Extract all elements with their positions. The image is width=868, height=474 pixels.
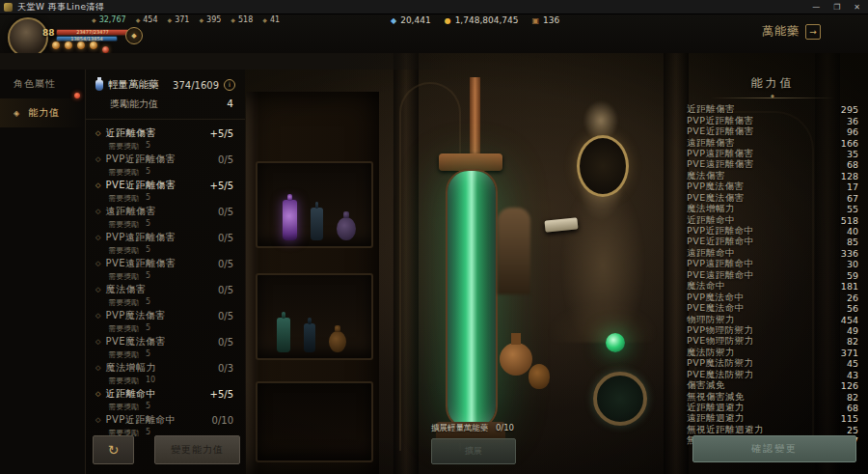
required-reward-label: 需要獎勵 bbox=[108, 245, 139, 256]
allocation-name: PVP近距離傷害 bbox=[105, 153, 176, 166]
os-titlebar: 天堂W 再事Line清得 — ❐ ✕ bbox=[0, 0, 868, 14]
allocation-item[interactable]: ◇ PVE近距離傷害 +5/5 需要獎勵 5 bbox=[86, 176, 245, 202]
restore-button[interactable]: ❐ bbox=[833, 3, 840, 12]
stat-icon: ◆ bbox=[231, 16, 235, 23]
diamond-bullet-icon: ◇ bbox=[95, 260, 100, 267]
allocation-name: 近距離傷害 bbox=[105, 126, 156, 140]
allocation-value: +5/5 bbox=[210, 389, 233, 400]
expand-elixir-group: 擴展輕量萬能藥 0/10 擴展 bbox=[431, 423, 514, 464]
stat-value: 126 bbox=[841, 380, 858, 391]
info-icon[interactable]: i bbox=[224, 79, 235, 91]
panel-title: 萬能藥 bbox=[762, 23, 800, 40]
allocation-name: 魔法增幅力 bbox=[105, 361, 156, 375]
required-reward-label: 需要獎勵 bbox=[108, 219, 139, 230]
allocation-item[interactable]: ◇ PVP近距離命中 0/10 需要獎勵 5 bbox=[86, 410, 245, 436]
allocation-item[interactable]: ◇ PVP魔法傷害 0/5 需要獎勵 5 bbox=[86, 306, 245, 332]
required-reward-value: 5 bbox=[146, 323, 150, 334]
required-reward-value: 5 bbox=[146, 402, 150, 412]
sidebar-item-character-attributes[interactable]: 角色屬性 bbox=[0, 70, 85, 98]
required-reward-value: 5 bbox=[146, 193, 150, 204]
debuff-dot[interactable] bbox=[102, 46, 109, 53]
expand-label: 擴展輕量萬能藥 bbox=[431, 423, 489, 434]
required-reward-value: 5 bbox=[146, 271, 150, 282]
sidebar-item-ability-values[interactable]: ◈ 能力值 bbox=[0, 98, 85, 127]
stat-value: 40 bbox=[847, 226, 858, 237]
minimize-button[interactable]: — bbox=[812, 3, 820, 12]
confirm-button[interactable]: 確認變更 bbox=[692, 435, 856, 462]
buff-dot[interactable] bbox=[65, 42, 72, 49]
buff-dot[interactable] bbox=[77, 42, 85, 49]
required-reward-value: 5 bbox=[146, 297, 150, 308]
reset-button[interactable]: ↻ bbox=[93, 435, 134, 464]
character-level: 88 bbox=[42, 28, 55, 38]
diamond-bullet-icon: ◇ bbox=[95, 234, 100, 241]
currency-value: 136 bbox=[543, 15, 559, 25]
top-stat: ◆ 454 bbox=[136, 15, 158, 24]
allocation-item[interactable]: ◇ PVE魔法傷害 0/5 需要獎勵 5 bbox=[86, 332, 245, 358]
hp-text: 23477/23477 bbox=[57, 30, 128, 35]
stat-value: 67 bbox=[847, 193, 858, 204]
buff-dot[interactable] bbox=[90, 42, 97, 49]
stat-icon: ◆ bbox=[136, 16, 141, 23]
allocation-item[interactable]: ◇ 魔法增幅力 0/3 需要獎勵 10 bbox=[86, 358, 245, 384]
required-reward-label: 需要獎勵 bbox=[108, 402, 139, 412]
clan-emblem-icon[interactable]: ◆ bbox=[125, 27, 143, 44]
buff-icons bbox=[52, 42, 109, 53]
flask-icon: ◈ bbox=[14, 109, 20, 118]
allocation-value: +5/5 bbox=[210, 128, 233, 139]
diamond-bullet-icon: ◇ bbox=[95, 208, 100, 215]
allocation-item[interactable]: ◇ 近距離命中 +5/5 需要獎勵 5 bbox=[86, 384, 245, 410]
allocation-name: 近距離命中 bbox=[105, 387, 156, 401]
currency: ● 1,748,804,745 bbox=[445, 15, 519, 25]
apply-button[interactable]: 變更能力值 bbox=[154, 435, 240, 464]
stat-value: 43 bbox=[847, 370, 858, 380]
diamond-bullet-icon: ◇ bbox=[95, 312, 100, 320]
required-reward-label: 需要獎勵 bbox=[108, 376, 139, 386]
stat-value: 45 bbox=[847, 358, 858, 369]
currency-icon: ◆ bbox=[391, 16, 396, 25]
allocation-item[interactable]: ◇ 魔法傷害 0/5 需要獎勵 5 bbox=[86, 280, 245, 306]
tab[interactable] bbox=[0, 53, 151, 70]
close-button[interactable]: ✕ bbox=[854, 3, 860, 12]
required-reward-value: 5 bbox=[146, 167, 150, 178]
stat-value: 115 bbox=[841, 413, 858, 424]
allocation-name: PVP近距離命中 bbox=[105, 413, 176, 427]
character-portrait[interactable] bbox=[8, 17, 48, 58]
expand-button[interactable]: 擴展 bbox=[431, 438, 516, 464]
allocation-item[interactable]: ◇ 遠距離傷害 0/5 需要獎勵 5 bbox=[86, 202, 245, 228]
currency-value: 1,748,804,745 bbox=[455, 15, 519, 25]
stat-value: 82 bbox=[847, 392, 858, 403]
stat-value: 68 bbox=[847, 403, 858, 413]
allocation-item[interactable]: ◇ PVE遠距離傷害 0/5 需要獎勵 5 bbox=[86, 254, 245, 280]
stat-value: 371 bbox=[175, 15, 189, 24]
top-stat: ◆ 518 bbox=[231, 15, 253, 24]
stat-value: 518 bbox=[841, 215, 858, 226]
stats-list: 近距離傷害 295 PVP近距離傷害 36 PVE近距離傷害 96 遠距離傷害 … bbox=[687, 104, 858, 447]
buff-dot[interactable] bbox=[52, 42, 60, 49]
diamond-bullet-icon: ◇ bbox=[95, 416, 100, 424]
allocation-value: 0/10 bbox=[212, 415, 233, 426]
required-reward-label: 需要獎勵 bbox=[108, 141, 139, 152]
diamond-bullet-icon: ◇ bbox=[95, 181, 100, 189]
currency-icon: ▣ bbox=[531, 16, 539, 25]
allocation-item[interactable]: ◇ PVP遠距離傷害 0/5 需要獎勵 5 bbox=[86, 228, 245, 254]
allocation-item[interactable]: ◇ PVP近距離傷害 0/5 需要獎勵 5 bbox=[86, 150, 245, 176]
stat-value: 518 bbox=[238, 15, 253, 24]
top-stat: ◆ 395 bbox=[199, 15, 221, 24]
required-reward-value: 5 bbox=[146, 349, 150, 360]
exit-icon[interactable]: → bbox=[805, 24, 821, 40]
bonus-points-value: 4 bbox=[227, 98, 233, 111]
currency-icon: ● bbox=[445, 16, 451, 25]
allocation-name: PVE魔法傷害 bbox=[105, 335, 166, 349]
allocation-name: PVP遠距離傷害 bbox=[105, 231, 176, 244]
allocation-item[interactable]: ◇ 近距離傷害 +5/5 需要獎勵 5 bbox=[86, 124, 245, 150]
required-reward-value: 5 bbox=[146, 219, 150, 230]
tab[interactable] bbox=[302, 53, 453, 70]
stat-value: 181 bbox=[841, 281, 858, 292]
diamond-bullet-icon: ◇ bbox=[95, 155, 100, 163]
stat-value: 454 bbox=[841, 315, 858, 325]
allocation-value: 0/5 bbox=[218, 285, 233, 295]
sidebar-item-label: 能力值 bbox=[28, 107, 60, 118]
stat-value: 59 bbox=[847, 270, 858, 281]
tab[interactable] bbox=[151, 53, 303, 70]
